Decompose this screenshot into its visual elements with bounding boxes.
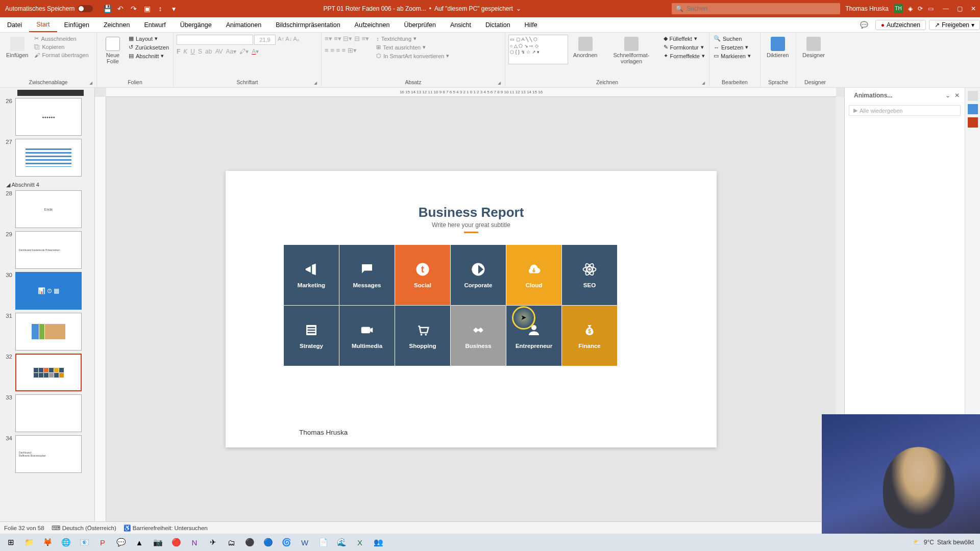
username[interactable]: Thomas Hruska [845,5,889,12]
font-family-input[interactable] [177,35,253,45]
window-icon[interactable]: ▭ [928,5,934,12]
powerpoint-icon[interactable]: P [94,535,111,550]
tile-cloud[interactable]: Cloud [506,245,561,305]
slide-author[interactable]: Thomas Hruska [299,429,348,436]
thumbnail-panel[interactable]: 26●●●●●● 27 ◢ Abschnitt 4 28Ende 29Dashb… [0,88,95,521]
outlook-icon[interactable]: 📧 [76,535,93,550]
undo-icon[interactable]: ↶ [116,5,125,13]
app-icon-6[interactable]: 🌀 [278,535,295,550]
diamond-icon[interactable]: ◈ [908,5,913,12]
app-icon-1[interactable]: 💬 [112,535,130,550]
vlc-icon[interactable]: ▲ [131,535,148,550]
thumb-30[interactable]: 30📊 ⊙ ▦ [2,272,92,310]
shadow-button[interactable]: ab [205,48,212,55]
tile-finance[interactable]: $Finance [562,306,617,366]
side-btn-1[interactable] [968,91,978,101]
explorer-icon[interactable]: 📁 [20,535,38,550]
tile-corporate[interactable]: Corporate [451,245,506,305]
word-icon[interactable]: W [296,535,313,550]
tile-multimedia[interactable]: Multimedia [339,306,395,366]
section-button[interactable]: ▤ Abschnitt ▾ [128,52,170,60]
tile-seo[interactable]: SEO [562,245,617,305]
tile-messages[interactable]: Messages [339,245,395,305]
comments-icon[interactable]: 💬 [856,21,872,29]
paste-button[interactable]: Einfügen [3,35,31,60]
slideshow-icon[interactable]: ▣ [143,5,151,13]
avatar[interactable]: TH [894,4,903,13]
select-button[interactable]: ▭ Markieren ▾ [713,52,752,60]
pane-close-icon[interactable]: ✕ [954,92,960,99]
thumb-27[interactable]: 27 [2,139,92,177]
thumb-31[interactable]: 31 [2,313,92,350]
tab-zeichnen[interactable]: Zeichnen [96,17,137,32]
record-button[interactable]: ●Aufzeichnen [875,20,926,30]
tab-entwurf[interactable]: Entwurf [137,17,173,32]
touch-icon[interactable]: ↕ [156,5,164,13]
strike-button[interactable]: S [198,48,202,55]
app-icon-7[interactable]: 📄 [314,535,332,550]
pane-collapse-icon[interactable]: ⌄ [945,92,950,99]
share-button[interactable]: ↗Freigeben▾ [929,20,980,30]
save-icon[interactable]: 💾 [103,5,111,13]
highlight-button[interactable]: 🖍▾ [239,48,249,55]
tile-shopping[interactable]: Shopping [395,306,450,366]
tab-bildschirm[interactable]: Bildschirmpräsentation [268,17,347,32]
tile-grid[interactable]: Marketing Messages tSocial Corporate Clo… [284,245,617,366]
app-icon-3[interactable]: 🔴 [167,535,185,550]
thumb-34[interactable]: 34Dashboard Raffinerie Businessplan [2,435,92,473]
autosave[interactable]: Automatisches Speichern [0,5,98,12]
italic-button[interactable]: K [183,48,187,55]
tab-datei[interactable]: Datei [0,17,29,32]
arrange-button[interactable]: Anordnen [570,35,601,60]
edge-icon[interactable]: 🌊 [333,535,350,550]
tab-uebergaenge[interactable]: Übergänge [173,17,219,32]
quick-styles-button[interactable]: Schnellformat-vorlagen [602,35,660,66]
font-size-input[interactable] [254,35,276,45]
shape-effects-button[interactable]: ✦ Formeffekte ▾ [663,52,706,60]
slide-title[interactable]: Business Report [226,205,717,220]
status-lang[interactable]: ⌨ Deutsch (Österreich) [52,524,116,532]
shape-fill-button[interactable]: ◆ Fülleffekt ▾ [663,35,706,42]
layout-button[interactable]: ▦ Layout ▾ [128,35,170,42]
reset-button[interactable]: ↺ Zurücksetzen [128,43,170,51]
search-input[interactable] [687,5,836,12]
teams-icon[interactable]: 👥 [370,535,387,550]
tab-ansicht[interactable]: Ansicht [443,17,478,32]
thumb-29[interactable]: 29Dashboard basierende Präsentation [2,231,92,269]
chrome-icon[interactable]: 🌐 [57,535,75,550]
weather-widget[interactable]: ⛅ 9°C Stark bewölkt [909,539,978,546]
qat-more-icon[interactable]: ▾ [169,5,178,13]
dictate-button[interactable]: Diktieren [764,35,792,60]
tab-einfuegen[interactable]: Einfügen [57,17,96,32]
underline-button[interactable]: U [190,48,195,55]
app-icon-4[interactable]: 🗂 [223,535,240,550]
autosave-toggle[interactable] [78,5,93,12]
start-button[interactable]: ⊞ [2,535,19,550]
side-btn-2[interactable] [968,104,978,114]
find-button[interactable]: 🔍 Suchen [713,35,752,42]
onenote-icon[interactable]: N [186,535,203,550]
tab-ueberpruefen[interactable]: Überprüfen [397,17,443,32]
tile-social[interactable]: tSocial [395,245,450,305]
slide-subtitle[interactable]: Write here your great subtitle [226,221,717,229]
bold-button[interactable]: F [177,48,180,55]
thumb-26[interactable]: 26●●●●●● [2,98,92,136]
sync-icon[interactable]: ⟳ [918,5,923,12]
thumb-33[interactable]: 33 [2,394,92,432]
app-icon-5[interactable]: 🔵 [259,535,277,550]
designer-button[interactable]: Designer [799,35,828,60]
case-button[interactable]: Aa▾ [226,48,237,55]
search-box[interactable]: 🔍 [672,3,840,14]
app-icon-2[interactable]: 📷 [149,535,166,550]
tab-hilfe[interactable]: Hilfe [518,17,545,32]
replace-button[interactable]: ↔ Ersetzen ▾ [713,43,752,51]
tab-start[interactable]: Start [29,17,57,32]
tile-marketing[interactable]: Marketing [284,245,339,305]
shapes-gallery[interactable]: ▭ ▢ A ╲ ╲ ⬡○ △ ⬠ ↘ ⇨ ◇⬡ { } ↯ ☆ ↗ ▾ [508,35,568,64]
maximize-button[interactable]: ▢ [957,5,963,12]
close-button[interactable]: ✕ [971,5,976,12]
side-btn-3[interactable] [968,117,978,128]
new-slide-button[interactable]: Neue Folie [100,35,126,66]
shape-outline-button[interactable]: ✎ Formkontur ▾ [663,43,706,51]
thumb-28[interactable]: 28Ende [2,190,92,228]
